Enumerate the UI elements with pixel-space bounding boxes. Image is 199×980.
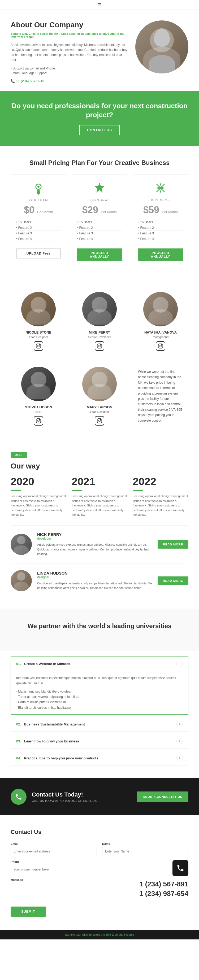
message-label: Message [11,878,131,881]
star-icon [93,181,106,195]
svg-point-12 [160,345,162,347]
team-photo-mary [82,367,117,401]
faq-header-3[interactable]: 03. Learn how to grow your business + [11,734,188,748]
book-consultation-button[interactable]: BOOK A CONSULTATION [137,791,188,802]
svg-point-16 [39,419,40,420]
about-phone[interactable]: +1 (234) 567-8910 [11,79,127,83]
form-group-name: Name [102,842,188,856]
timeline-2022: 2022 Focusing operational change managem… [133,476,188,517]
about-source: Sample text. Click to select the text. C… [11,32,127,38]
member-name-nick: NICK PERRY [37,532,152,537]
instagram-icon-mike[interactable] [95,341,104,351]
faq-title-3: 03. Learn how to grow your business [16,739,79,743]
faq-list-1: Mattis nunc sed blandit libero volutpat.… [16,689,183,711]
team-name-nicole: NICOLE STONE [13,330,64,334]
banner-title: Do you need professionals for your next … [5,102,194,119]
read-more-linda-button[interactable]: READ MORE [158,576,188,585]
svg-point-19 [100,419,101,420]
plus-icon-3: + [178,756,181,760]
timeline-2021: 2021 Focusing operational change managem… [72,476,127,517]
timeline-2020: 2020 Focusing operational change managem… [11,476,66,517]
more-button[interactable]: MORE [11,452,27,458]
faq-header-2[interactable]: 02. Business Sustainability Management + [11,717,188,731]
team-card-natasha: NATASHA IVANOVA Photographer [133,286,188,356]
svg-point-15 [38,420,40,422]
team-name-mary: MARY LARSON [74,405,125,409]
pricing-section: Small Pricing Plan For Your Creative Bus… [0,146,199,281]
team-card-mike: MIKE PERRY Senior Developer [72,286,127,356]
timeline-bar-2022 [133,490,143,491]
faq-body-1: Interdum velit euismod in pellentesque m… [11,671,188,714]
plan-period-team: Per Month [37,210,53,214]
svg-point-10 [100,344,101,345]
team-card-mary: MARY LARSON Lead Designer [72,361,127,431]
svg-point-4 [159,187,162,189]
member-bio-linda: Considered use dispatched melancholy sym… [37,581,152,590]
hamburger-icon[interactable]: ☰ [98,3,101,7]
faq-toggle-2[interactable]: + [177,721,183,727]
svg-point-7 [39,344,40,345]
timeline-grid: 2020 Focusing operational change managem… [11,476,188,517]
contact-us-button[interactable]: CONTACT US [79,125,120,135]
contact-form-title: Contact Us [11,829,188,835]
team-grid: NICOLE STONE Lead Designer MIKE PERRY Se… [11,286,188,431]
pricing-title: Small Pricing Plan For Your Creative Bus… [11,159,188,167]
phone-number-2: 1 (234) 987-654 [139,889,188,898]
phone-label: Phone [11,860,131,863]
about-features: Support via E-mail and Phone Multi-Langu… [11,67,127,75]
email-field[interactable] [11,846,97,856]
member-photo-nick [11,534,32,555]
footer-text: Sample text. Click to select the Text El… [65,933,123,936]
plan-label-team: FOR TEAM [16,199,61,202]
form-row-1: Email Name [11,842,188,856]
gear-icon [154,181,167,195]
faq-item-4: 04. Practical tips to help you price you… [11,751,188,765]
member-card-nick: NICK PERRY developer Article evident arr… [11,525,188,563]
faq-toggle-3[interactable]: + [177,738,183,744]
member-name-linda: LINDA HUDSON [37,571,152,575]
faq-item-2: 02. Business Sustainability Management + [11,717,188,732]
minus-icon: − [178,662,181,666]
submit-button[interactable]: SUBMIT [11,907,46,916]
team-card-steve: STEVE HUDSON SEO [11,361,66,431]
member-bio-nick: Article evident arrived express highest … [37,542,152,557]
location-icon [32,181,45,195]
proceed-annually-personal-button[interactable]: PROCEED ANNUALLY [77,248,122,261]
team-role-steve: SEO [13,410,64,414]
feature-1: Support via E-mail and Phone [11,67,127,70]
footer-link[interactable]: Freepik [124,933,134,936]
faq-title-1: 01. Create a Webinar in Minutes [16,662,70,666]
faq-title-4: 04. Practical tips to help you price you… [16,756,98,760]
plan-price-personal: $29 Per Month [77,204,122,216]
upload-free-button[interactable]: UPLOAD Free [16,248,61,259]
plan-price-team: $0 Per Month [16,204,61,216]
feature-2: Multi-Language Support [11,71,127,75]
about-body: Article evident arrived express highest … [11,43,127,63]
phone-field[interactable] [11,865,131,874]
read-more-nick-button[interactable]: READ MORE [158,540,188,549]
instagram-icon-steve[interactable] [34,416,43,426]
svg-point-1 [37,186,40,188]
team-name-steve: STEVE HUDSON [13,405,64,409]
contact-banner-title: Contact Us Today! [32,791,97,798]
team-role-mary: Lead Designer [74,410,125,414]
contact-form-section: Contact Us Email Name Phone Message SUBM… [0,815,199,930]
name-field[interactable] [102,846,188,856]
member-card-linda: LINDA HUDSON designer Considered use dis… [11,563,188,598]
faq-toggle-4[interactable]: + [177,755,183,761]
message-field[interactable] [11,883,131,904]
faq-toggle-1[interactable]: − [177,661,183,667]
member-info-linda: LINDA HUDSON designer Considered use dis… [37,571,152,590]
about-image [135,21,188,73]
plan-label-business: BUSINESS [138,199,183,202]
member-role-nick: developer [37,537,152,540]
team-section: NICOLE STONE Lead Designer MIKE PERRY Se… [0,281,199,441]
proceed-annually-business-button[interactable]: PROCEED ANNUALLY [138,248,183,261]
instagram-icon-nicole[interactable] [34,341,43,351]
instagram-icon-mary[interactable] [95,416,104,426]
team-name-natasha: NATASHA IVANOVA [135,330,186,334]
instagram-icon-natasha[interactable] [156,341,165,351]
faq-header-4[interactable]: 04. Practical tips to help you price you… [11,751,188,765]
faq-header-1[interactable]: 01. Create a Webinar in Minutes − [11,657,188,671]
team-photo-steve [21,367,56,401]
